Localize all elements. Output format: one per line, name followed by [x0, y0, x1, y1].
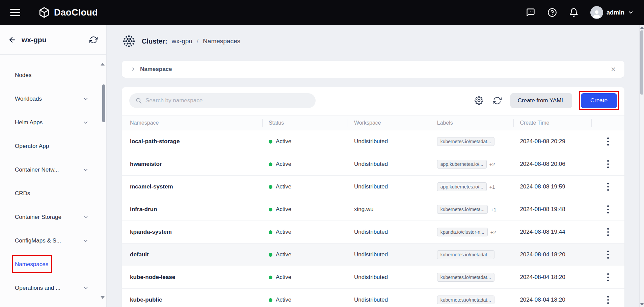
status-dot [269, 230, 272, 234]
workspace-cell: Undistributed [348, 138, 431, 145]
table-row: hwameistor Active Undistributed app.kube… [122, 153, 624, 176]
user-name: admin [607, 9, 624, 16]
table-row: infra-drun Active xing.wu kubernetes.io/… [122, 198, 624, 221]
status-text: Active [276, 229, 291, 235]
switch-cluster-icon[interactable] [89, 36, 98, 44]
table-header-row: Namespace Status Workspace Labels Create… [122, 116, 624, 130]
chat-icon[interactable] [526, 7, 536, 18]
sidebar-menu: Nodes Workloads Helm Apps Operator App C… [0, 55, 106, 300]
status-dot [269, 140, 272, 144]
sidebar-item-nodes[interactable]: Nodes [0, 63, 106, 87]
workspace-cell: Undistributed [348, 161, 431, 168]
scroll-up-icon[interactable] [640, 26, 644, 29]
user-menu[interactable]: admin [590, 6, 634, 19]
status-text: Active [276, 251, 291, 258]
namespace-name[interactable]: kube-node-lease [130, 274, 175, 281]
sidebar-item-container-network[interactable]: Container Netw... [0, 158, 106, 182]
label-extra-count: +1 [489, 184, 495, 190]
label-chip: kubernetes.io/metadat... [437, 273, 494, 282]
create-button[interactable]: Create [581, 93, 617, 108]
sidebar-item-label: Namespaces [15, 261, 48, 267]
scroll-down-icon[interactable] [640, 303, 644, 306]
kebab-menu-icon[interactable] [604, 248, 612, 261]
namespace-name[interactable]: hwameistor [130, 161, 162, 168]
page-scrollbar-thumb[interactable] [640, 30, 643, 95]
sidebar-scroll-down-icon[interactable] [101, 296, 105, 299]
status-text: Active [276, 161, 291, 168]
label-chip: kubernetes.io/meta... [437, 205, 488, 214]
label-chip: app.kubernetes.io/... [437, 182, 487, 191]
create-time-cell: 2024-08-08 19:48 [514, 206, 592, 213]
label-chip: kubernetes.io/metadat... [437, 250, 494, 259]
toolbar: Create from YAML Create [122, 87, 624, 108]
search-input[interactable] [145, 97, 310, 104]
sidebar-item-label: Nodes [15, 72, 31, 78]
gear-icon[interactable] [474, 96, 484, 106]
sidebar-scrollbar-thumb[interactable] [102, 84, 105, 122]
workspace-cell: Undistributed [348, 274, 431, 281]
cluster-dots-icon [122, 34, 136, 48]
workspace-cell: xing.wu [348, 206, 431, 213]
sidebar-scroll-up-icon[interactable] [101, 63, 105, 66]
create-time-cell: 2024-08-04 18:20 [514, 274, 592, 281]
help-icon[interactable] [547, 7, 557, 18]
close-icon[interactable]: × [611, 65, 616, 73]
breadcrumb-separator: / [197, 37, 198, 45]
column-header-create-time: Create Time [514, 119, 592, 127]
menu-icon[interactable] [10, 9, 20, 16]
page-scrollbar[interactable] [639, 25, 644, 307]
sidebar-item-workloads[interactable]: Workloads [0, 87, 106, 111]
kebab-menu-icon[interactable] [604, 135, 612, 148]
cube-logo-icon [38, 7, 50, 18]
sidebar-item-crds[interactable]: CRDs [0, 182, 106, 205]
namespace-name[interactable]: default [130, 251, 149, 258]
workspace-cell: Undistributed [348, 251, 431, 258]
sidebar-item-label: Container Storage [15, 214, 61, 220]
create-time-cell: 2024-08-04 18:20 [514, 251, 592, 258]
sidebar-item-label: Helm Apps [15, 119, 43, 126]
kebab-menu-icon[interactable] [604, 157, 612, 171]
sidebar-item-operator-app[interactable]: Operator App [0, 134, 106, 158]
column-header-workspace: Workspace [348, 119, 431, 127]
namespace-name[interactable]: infra-drun [130, 206, 157, 213]
namespace-collapse-panel[interactable]: Namespace × [122, 61, 624, 78]
create-time-cell: 2024-08-08 19:59 [514, 183, 592, 190]
kebab-menu-icon[interactable] [604, 271, 612, 284]
status-text: Active [276, 297, 291, 303]
status-dot [269, 276, 272, 279]
kebab-menu-icon[interactable] [604, 180, 612, 194]
chevron-down-icon [628, 9, 634, 16]
namespace-name[interactable]: local-path-storage [130, 138, 180, 145]
workspace-cell: Undistributed [348, 183, 431, 190]
create-time-cell: 2024-08-08 20:29 [514, 138, 592, 145]
bell-icon[interactable] [569, 7, 579, 18]
sidebar-item-namespaces[interactable]: Namespaces [0, 253, 106, 276]
sidebar-item-operations[interactable]: Operations and ... [0, 276, 106, 300]
sidebar-item-label: Workloads [15, 96, 42, 102]
chevron-down-icon [83, 238, 89, 244]
breadcrumb-cluster-link[interactable]: wx-gpu [172, 37, 192, 45]
sidebar-item-helm-apps[interactable]: Helm Apps [0, 111, 106, 134]
cluster-title: wx-gpu [22, 36, 47, 44]
kebab-menu-icon[interactable] [604, 293, 612, 307]
breadcrumb: Cluster: wx-gpu / Namespaces [122, 32, 624, 51]
back-arrow-icon[interactable] [8, 36, 16, 44]
sidebar-item-label: Operator App [15, 143, 49, 149]
sidebar-item-label: CRDs [15, 190, 30, 197]
create-from-yaml-button[interactable]: Create from YAML [510, 93, 572, 108]
avatar [590, 6, 603, 19]
breadcrumb-prefix: Cluster: [142, 37, 167, 45]
sidebar-item-container-storage[interactable]: Container Storage [0, 205, 106, 229]
column-header-labels: Labels [431, 119, 514, 127]
kebab-menu-icon[interactable] [604, 203, 612, 216]
label-chip: app.kubernetes.io/... [437, 160, 487, 169]
namespace-name[interactable]: kpanda-system [130, 229, 172, 235]
table-row: mcamel-system Active Undistributed app.k… [122, 176, 624, 198]
kebab-menu-icon[interactable] [604, 225, 612, 239]
sidebar-item-configmaps[interactable]: ConfigMaps & S... [0, 229, 106, 253]
namespace-name[interactable]: mcamel-system [130, 183, 173, 190]
label-extra-count: +2 [490, 229, 496, 235]
namespace-name[interactable]: kube-public [130, 297, 162, 303]
brand-logo[interactable]: DaoCloud [38, 7, 98, 18]
refresh-icon[interactable] [492, 96, 502, 106]
